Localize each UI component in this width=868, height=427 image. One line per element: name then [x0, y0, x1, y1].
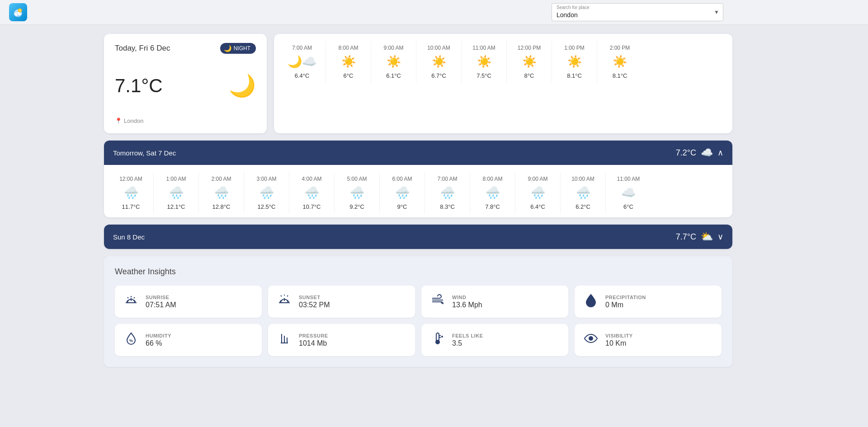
sun8dec-temp: 7.7°C: [676, 232, 696, 242]
hour-temperature: 12.1°C: [167, 203, 185, 210]
main-content: Today, Fri 6 Dec 🌙 NIGHT 7.1°C 🌙 📍 Londo…: [0, 25, 868, 376]
insight-label: HUMIDITY: [146, 333, 171, 338]
svg-point-14: [589, 337, 593, 340]
hour-weather-icon: 🌧️: [305, 186, 319, 200]
insight-info-precipitation: PRECIPITATION 0 Mm: [605, 295, 646, 309]
hour-time: 1:00 AM: [166, 176, 186, 182]
insight-card-feels-like: FEELS LIKE 3.5: [421, 324, 568, 356]
hour-weather-icon: 🌧️: [169, 186, 184, 200]
hour-weather-icon: 🌧️: [395, 186, 410, 200]
insight-value: 10 Km: [605, 339, 633, 347]
insight-info-visibility: VISIBILITY 10 Km: [605, 333, 633, 347]
location-pin-icon: 📍: [115, 117, 122, 124]
insight-card-wind: WIND 13.6 Mph: [421, 286, 568, 318]
sun8dec-weather-icon: ⛅: [701, 231, 713, 243]
insight-card-visibility: VISIBILITY 10 Km: [575, 324, 722, 356]
insight-value: 07:51 AM: [146, 301, 176, 309]
insight-label: WIND: [452, 295, 482, 300]
hour-time: 11:00 AM: [472, 45, 495, 51]
today-section: Today, Fri 6 Dec 🌙 NIGHT 7.1°C 🌙 📍 Londo…: [104, 34, 732, 133]
hour-item: 8:00 AM ☀️ 6°C: [326, 41, 371, 83]
hour-temperature: 6°C: [344, 72, 354, 79]
hour-time: 10:00 AM: [571, 176, 594, 182]
hour-weather-icon: 🌧️: [350, 186, 364, 200]
hour-temperature: 12.8°C: [212, 203, 231, 210]
hour-item: 12:00 PM ☀️ 8°C: [507, 41, 552, 83]
hour-time: 7:00 AM: [292, 45, 312, 51]
today-location: 📍 London: [115, 117, 256, 124]
insight-value: 1014 Mb: [299, 339, 328, 347]
svg-point-10: [436, 340, 439, 344]
hour-time: 1:00 PM: [564, 45, 585, 51]
today-header: Today, Fri 6 Dec 🌙 NIGHT: [115, 43, 256, 54]
hour-temperature: 8.1°C: [567, 72, 582, 79]
insight-value: 13.6 Mph: [452, 301, 482, 309]
hour-temperature: 6.1°C: [386, 72, 401, 79]
tomorrow-section: Tomorrow, Sat 7 Dec 7.2°C ☁️ ∧ 12:00 AM …: [104, 141, 732, 217]
insight-label: VISIBILITY: [605, 333, 633, 338]
hour-time: 12:00 AM: [119, 176, 142, 182]
hour-item: 7:00 AM 🌙☁️ 6.4°C: [278, 41, 326, 83]
sun8dec-expand-button[interactable]: ∨: [717, 232, 723, 242]
tomorrow-temp: 7.2°C: [676, 148, 696, 158]
hour-weather-icon: ☀️: [432, 55, 446, 69]
insight-label: FEELS LIKE: [452, 333, 483, 338]
insight-info-sunrise: SUNRISE 07:51 AM: [146, 295, 176, 309]
hour-item: 1:00 PM ☀️ 8.1°C: [552, 41, 597, 83]
insight-value: 66 %: [146, 339, 171, 347]
search-container[interactable]: Search for place ▼: [552, 3, 723, 21]
hour-item: 9:00 AM ☀️ 6.1°C: [371, 41, 416, 83]
hour-item: 8:00 AM 🌧️ 7.8°C: [470, 172, 515, 214]
hour-weather-icon: 🌧️: [576, 186, 590, 200]
night-label: NIGHT: [234, 45, 250, 52]
hour-temperature: 9.2°C: [349, 203, 364, 210]
today-temperature: 7.1°C: [115, 75, 163, 97]
crescent-moon-icon: 🌙: [229, 73, 256, 99]
hour-item: 12:00 AM 🌧️ 11.7°C: [108, 172, 154, 214]
sun8dec-date: Sun 8 Dec: [113, 233, 145, 241]
hour-item: 5:00 AM 🌧️ 9.2°C: [335, 172, 380, 214]
hour-temperature: 8°C: [524, 72, 534, 79]
moon-icon: 🌙: [224, 45, 231, 52]
hour-item: 10:00 AM 🌧️ 6.2°C: [561, 172, 606, 214]
today-hourly-scroll[interactable]: 7:00 AM 🌙☁️ 6.4°C 8:00 AM ☀️ 6°C 9:00 AM…: [274, 34, 732, 86]
insight-label: PRESSURE: [299, 333, 328, 338]
search-input[interactable]: [557, 11, 709, 19]
hour-temperature: 6.4°C: [530, 203, 545, 210]
insight-card-pressure: PRESSURE 1014 Mb: [268, 324, 415, 356]
sunset-icon: [276, 293, 292, 310]
hour-time: 6:00 AM: [392, 176, 412, 182]
search-area: Search for place ▼: [552, 3, 723, 21]
insight-card-sunset: SUNSET 03:52 PM: [268, 286, 415, 318]
hour-temperature: 7.8°C: [485, 203, 500, 210]
search-label: Search for place: [557, 5, 709, 10]
app-header: Search for place ▼: [0, 0, 868, 25]
hour-time: 11:00 AM: [617, 176, 640, 182]
hour-time: 8:00 AM: [338, 45, 358, 51]
insights-title: Weather Insights: [115, 267, 722, 277]
hour-weather-icon: ☀️: [613, 55, 627, 69]
hour-weather-icon: ☀️: [387, 55, 401, 69]
tomorrow-collapse-button[interactable]: ∧: [717, 148, 723, 158]
hour-weather-icon: 🌧️: [531, 186, 545, 200]
hour-weather-icon: ☁️: [621, 186, 636, 200]
wind-icon: [429, 293, 446, 310]
tomorrow-hourly-scroll[interactable]: 12:00 AM 🌧️ 11.7°C 1:00 AM 🌧️ 12.1°C 2:0…: [104, 165, 732, 217]
today-hourly-card: 7:00 AM 🌙☁️ 6.4°C 8:00 AM ☀️ 6°C 9:00 AM…: [274, 34, 732, 133]
sun8dec-section: Sun 8 Dec 7.7°C ⛅ ∨: [104, 225, 732, 249]
insights-grid: SUNRISE 07:51 AM SUNSET 03:52 PM WIND 13…: [115, 286, 722, 356]
sun8dec-header: Sun 8 Dec 7.7°C ⛅ ∨: [104, 225, 732, 249]
hour-item: 9:00 AM 🌧️ 6.4°C: [515, 172, 561, 214]
drop-icon: [583, 293, 599, 310]
hour-item: 10:00 AM ☀️ 6.7°C: [416, 41, 462, 83]
sun8dec-header-right: 7.7°C ⛅ ∨: [676, 231, 723, 243]
sunrise-icon: [123, 293, 139, 310]
hour-item: 3:00 AM 🌧️ 12.5°C: [244, 172, 289, 214]
hour-temperature: 8.1°C: [613, 72, 627, 79]
weather-insights-section: Weather Insights SUNRISE 07:51 AM SUNSET…: [104, 256, 732, 367]
hour-item: 7:00 AM 🌧️ 8.3°C: [425, 172, 470, 214]
hour-temperature: 6°C: [623, 203, 633, 210]
hour-temperature: 7.5°C: [476, 72, 491, 79]
hour-time: 2:00 AM: [211, 176, 231, 182]
today-temp-block: 7.1°C: [115, 70, 163, 101]
